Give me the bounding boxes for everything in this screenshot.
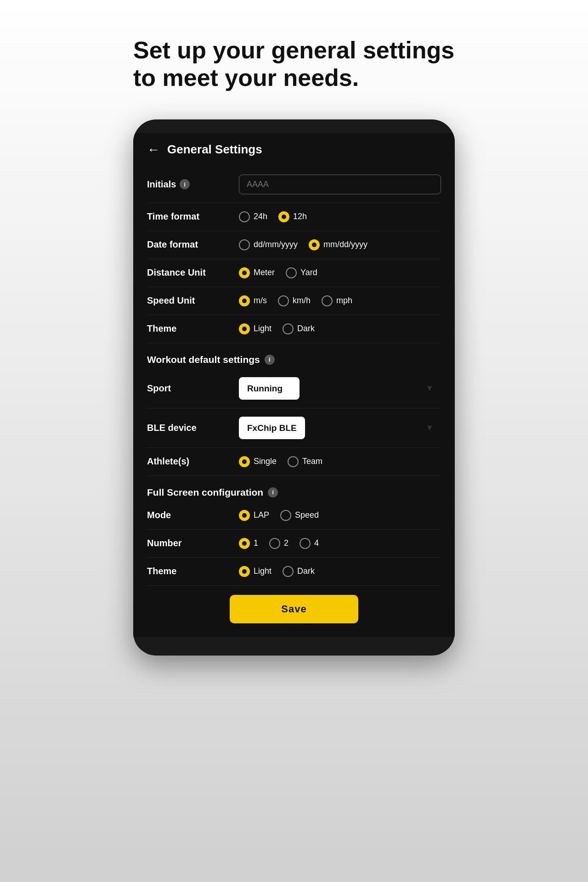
number-4-radio[interactable] xyxy=(300,538,311,549)
athletes-team-radio[interactable] xyxy=(288,456,299,467)
theme-row: Theme Light Dark xyxy=(147,315,441,343)
athletes-team[interactable]: Team xyxy=(288,456,322,467)
athletes-single[interactable]: Single xyxy=(239,456,277,467)
initials-input[interactable] xyxy=(239,175,441,194)
headline-line1: Set up your general settings xyxy=(133,37,454,63)
sport-select[interactable]: Running Cycling Swimming xyxy=(239,377,300,400)
workout-info-icon[interactable]: i xyxy=(265,355,275,365)
workout-section-heading: Workout default settings i xyxy=(147,343,441,369)
date-format-dmy[interactable]: dd/mm/yyyy xyxy=(239,239,298,250)
fullscreen-section-heading: Full Screen configuration i xyxy=(147,476,441,502)
theme2-light-radio[interactable] xyxy=(239,566,250,577)
back-button[interactable]: ← xyxy=(147,142,160,157)
athletes-single-label: Single xyxy=(254,457,277,466)
save-button[interactable]: Save xyxy=(230,595,358,623)
speed-unit-label: Speed Unit xyxy=(147,295,239,306)
speed-ms[interactable]: m/s xyxy=(239,295,267,306)
speed-unit-row: Speed Unit m/s km/h mph xyxy=(147,287,441,315)
theme-dark-label: Dark xyxy=(297,324,315,334)
ble-device-dropdown-arrow: ▼ xyxy=(425,423,434,433)
speed-mph[interactable]: mph xyxy=(322,295,352,306)
number-label: Number xyxy=(147,538,239,548)
number-2-radio[interactable] xyxy=(269,538,280,549)
number-2[interactable]: 2 xyxy=(269,538,288,549)
number-4[interactable]: 4 xyxy=(300,538,319,549)
ble-device-controls: FxChip BLE Other ▼ xyxy=(239,417,441,439)
mode-speed-radio[interactable] xyxy=(280,510,291,521)
screen-title: General Settings xyxy=(167,142,262,157)
theme2-dark-label: Dark xyxy=(297,566,315,576)
number-1-label: 1 xyxy=(254,538,258,548)
ble-device-dropdown-wrapper: FxChip BLE Other ▼ xyxy=(239,417,441,439)
mode-lap-radio[interactable] xyxy=(239,510,250,521)
theme-label: Theme xyxy=(147,323,239,334)
theme-light-radio[interactable] xyxy=(239,323,250,334)
speed-kmh-label: km/h xyxy=(293,296,311,305)
date-format-controls: dd/mm/yyyy mm/dd/yyyy xyxy=(239,239,441,250)
mode-speed[interactable]: Speed xyxy=(280,510,319,521)
theme-dark[interactable]: Dark xyxy=(283,323,315,334)
athletes-single-radio[interactable] xyxy=(239,456,250,467)
mode-lap[interactable]: LAP xyxy=(239,510,269,521)
speed-unit-controls: m/s km/h mph xyxy=(239,295,441,306)
distance-meter-label: Meter xyxy=(254,268,275,277)
sport-controls: Running Cycling Swimming ▼ xyxy=(239,377,441,400)
time-format-24h-label: 24h xyxy=(254,212,267,221)
initials-controls xyxy=(239,175,441,194)
ble-device-select[interactable]: FxChip BLE Other xyxy=(239,417,305,439)
theme-light[interactable]: Light xyxy=(239,323,271,334)
distance-yard-label: Yard xyxy=(300,268,317,277)
time-format-controls: 24h 12h xyxy=(239,211,441,222)
time-format-12h[interactable]: 12h xyxy=(278,211,307,222)
number-1-radio[interactable] xyxy=(239,538,250,549)
initials-label: Initials i xyxy=(147,179,239,190)
mode-lap-label: LAP xyxy=(254,510,269,520)
distance-unit-controls: Meter Yard xyxy=(239,267,441,278)
number-2-label: 2 xyxy=(284,538,288,548)
athletes-team-label: Team xyxy=(302,457,322,466)
time-format-row: Time format 24h 12h xyxy=(147,203,441,231)
date-format-mdy-radio[interactable] xyxy=(309,239,320,250)
distance-meter[interactable]: Meter xyxy=(239,267,275,278)
time-format-24h-radio[interactable] xyxy=(239,211,250,222)
date-format-dmy-label: dd/mm/yyyy xyxy=(254,240,298,249)
athletes-label: Athlete(s) xyxy=(147,456,239,467)
page-headline: Set up your general settings to meet you… xyxy=(133,37,455,92)
date-format-mdy[interactable]: mm/dd/yyyy xyxy=(309,239,368,250)
theme2-dark-radio[interactable] xyxy=(283,566,294,577)
sport-row: Sport Running Cycling Swimming ▼ xyxy=(147,369,441,408)
speed-ms-radio[interactable] xyxy=(239,295,250,306)
mode-label: Mode xyxy=(147,510,239,520)
theme-controls: Light Dark xyxy=(239,323,441,334)
theme2-label: Theme xyxy=(147,566,239,577)
screen-header: ← General Settings xyxy=(133,133,455,166)
speed-kmh-radio[interactable] xyxy=(278,295,289,306)
distance-meter-radio[interactable] xyxy=(239,267,250,278)
distance-yard[interactable]: Yard xyxy=(286,267,317,278)
athletes-controls: Single Team xyxy=(239,456,441,467)
sport-dropdown-arrow: ▼ xyxy=(425,384,434,393)
theme2-dark[interactable]: Dark xyxy=(283,566,315,577)
distance-yard-radio[interactable] xyxy=(286,267,297,278)
date-format-label: Date format xyxy=(147,239,239,250)
ble-device-label: BLE device xyxy=(147,423,239,433)
speed-mph-label: mph xyxy=(336,296,352,305)
time-format-12h-radio[interactable] xyxy=(278,211,289,222)
theme2-light-label: Light xyxy=(254,566,271,576)
time-format-24h[interactable]: 24h xyxy=(239,211,267,222)
fullscreen-info-icon[interactable]: i xyxy=(268,487,278,498)
initials-info-icon[interactable]: i xyxy=(180,179,190,189)
number-1[interactable]: 1 xyxy=(239,538,258,549)
initials-row: Initials i xyxy=(147,166,441,203)
number-row: Number 1 2 4 xyxy=(147,530,441,558)
phone-screen: ← General Settings Initials i Time forma… xyxy=(133,133,455,637)
mode-row: Mode LAP Speed xyxy=(147,502,441,530)
mode-controls: LAP Speed xyxy=(239,510,441,521)
distance-unit-label: Distance Unit xyxy=(147,267,239,278)
speed-kmh[interactable]: km/h xyxy=(278,295,311,306)
date-format-dmy-radio[interactable] xyxy=(239,239,250,250)
date-format-row: Date format dd/mm/yyyy mm/dd/yyyy xyxy=(147,231,441,259)
theme2-light[interactable]: Light xyxy=(239,566,271,577)
speed-mph-radio[interactable] xyxy=(322,295,333,306)
theme-dark-radio[interactable] xyxy=(283,323,294,334)
